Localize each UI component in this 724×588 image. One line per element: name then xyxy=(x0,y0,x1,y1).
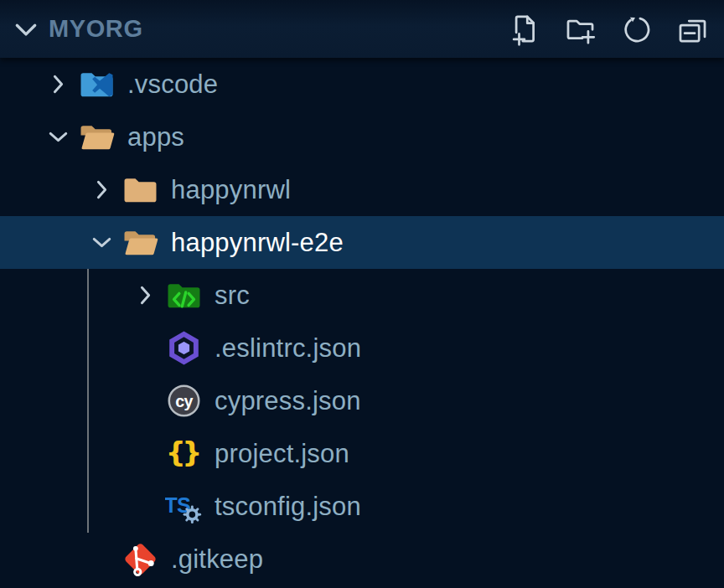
tree-item-label: cypress.json xyxy=(215,386,361,416)
vscode-folder-icon xyxy=(77,65,116,104)
new-folder-button[interactable] xyxy=(561,11,598,48)
tree-item-happynrwl-e2e[interactable]: happynrwl-e2e xyxy=(0,216,724,269)
tree-item-label: happynrwl-e2e xyxy=(171,228,344,258)
section-title: MYORG xyxy=(49,15,505,43)
chevron-right-icon[interactable] xyxy=(126,276,164,315)
collapse-all-icon xyxy=(675,12,710,46)
refresh-icon xyxy=(619,12,654,46)
tree-item-tsconfig-json[interactable]: TS xyxy=(0,480,724,533)
file-tree: .vscode apps xyxy=(0,58,724,588)
git-icon xyxy=(121,540,159,579)
svg-text:cy: cy xyxy=(175,392,193,410)
chevron-right-icon[interactable] xyxy=(39,65,77,104)
tree-item-eslintrc-json[interactable]: .eslintrc.json xyxy=(0,322,724,374)
indent-guide xyxy=(87,269,89,533)
tree-item-happynrwl[interactable]: happynrwl xyxy=(0,163,724,216)
tree-item-label: .vscode xyxy=(127,70,218,100)
chevron-right-icon[interactable] xyxy=(82,171,121,209)
chevron-down-icon[interactable] xyxy=(82,224,121,262)
tree-item-gitkeep[interactable]: .gitkeep xyxy=(0,533,724,585)
src-folder-icon xyxy=(164,276,203,315)
json-braces-icon: { } xyxy=(164,435,203,473)
explorer-section-header[interactable]: MYORG xyxy=(0,0,724,58)
svg-text:}: } xyxy=(182,436,202,469)
tree-item-vscode[interactable]: .vscode xyxy=(0,58,724,111)
tree-item-project-json[interactable]: { } project.json xyxy=(0,427,724,480)
explorer-panel: MYORG xyxy=(0,0,724,588)
tree-item-label: src xyxy=(215,281,250,311)
folder-icon xyxy=(121,171,159,209)
new-folder-icon xyxy=(563,12,597,46)
tree-item-label: project.json xyxy=(215,439,349,469)
refresh-button[interactable] xyxy=(618,11,654,48)
tree-item-label: apps xyxy=(127,122,184,152)
folder-open-icon xyxy=(77,118,116,157)
folder-open-icon xyxy=(121,224,159,262)
tree-item-src[interactable]: src xyxy=(0,269,724,322)
tree-item-apps[interactable]: apps xyxy=(0,111,724,163)
tree-item-label: .gitkeep xyxy=(171,544,263,575)
chevron-down-icon[interactable] xyxy=(10,13,42,45)
new-file-icon xyxy=(507,12,541,46)
header-actions xyxy=(505,11,711,48)
tree-item-label: tsconfig.json xyxy=(215,492,361,522)
chevron-down-icon[interactable] xyxy=(39,118,77,157)
collapse-all-button[interactable] xyxy=(674,11,711,48)
new-file-button[interactable] xyxy=(505,11,542,48)
eslint-icon xyxy=(164,329,203,368)
tree-item-label: happynrwl xyxy=(171,175,291,205)
tree-item-label: .eslintrc.json xyxy=(215,333,361,364)
tree-item-cypress-json[interactable]: cy cypress.json xyxy=(0,374,724,427)
tsconfig-icon: TS xyxy=(164,487,203,526)
cypress-icon: cy xyxy=(164,382,203,420)
